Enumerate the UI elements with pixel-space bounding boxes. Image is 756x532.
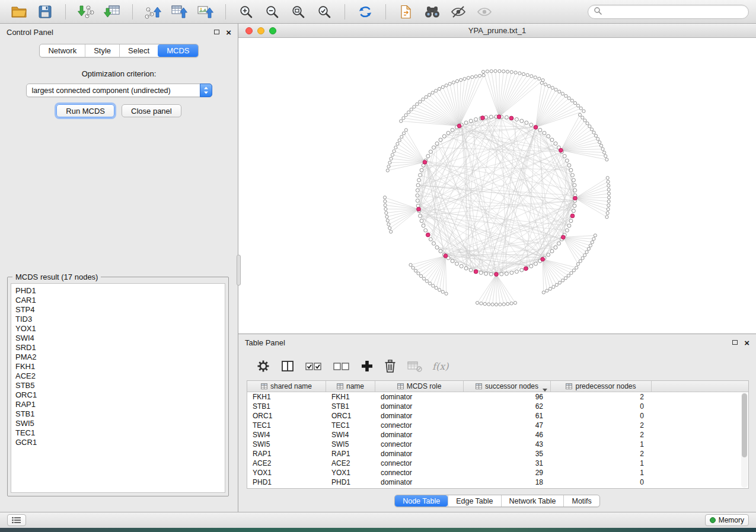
zoom-fit-button[interactable] (286, 3, 310, 21)
task-history-button[interactable] (7, 514, 26, 526)
tab-motifs[interactable]: Motifs (563, 495, 599, 507)
zoom-in-button[interactable] (234, 3, 258, 21)
mcds-result-item[interactable]: ORC1 (15, 390, 225, 400)
table-row[interactable]: ACE2ACE2connector311 (247, 459, 748, 468)
tab-network-table[interactable]: Network Table (501, 495, 564, 507)
mcds-result-item[interactable]: TEC1 (15, 428, 225, 438)
table-scrollbar-thumb[interactable] (742, 393, 747, 457)
import-table-icon (104, 5, 120, 19)
column-grid-icon (397, 383, 404, 389)
panel-splitter-handle[interactable] (237, 255, 241, 286)
float-panel-icon[interactable] (214, 30, 219, 34)
column-header-successor-nodes[interactable]: successor nodes (464, 381, 551, 392)
mcds-result-item[interactable]: RAP1 (15, 400, 225, 409)
search-box[interactable] (588, 5, 749, 19)
tab-select[interactable]: Select (119, 44, 158, 57)
mcds-result-item[interactable]: STB1 (15, 409, 225, 419)
show-columns-button[interactable] (280, 359, 295, 373)
import-table-button[interactable] (100, 3, 124, 21)
maximize-window-icon[interactable] (269, 27, 276, 34)
export-table-button[interactable] (167, 3, 191, 21)
table-cell: 1 (551, 468, 652, 477)
table-cell: TEC1 (326, 421, 375, 430)
column-grid-icon (566, 383, 572, 389)
optimization-criterion-label: Optimization criterion: (0, 69, 238, 78)
close-table-panel-icon[interactable]: × (744, 338, 749, 347)
mcds-result-item[interactable]: CAR1 (15, 296, 225, 305)
open-session-button[interactable] (7, 3, 31, 21)
tab-style[interactable]: Style (85, 44, 119, 57)
delete-rows-button[interactable] (384, 359, 397, 373)
export-network-button[interactable] (141, 3, 165, 21)
table-cell: dominator (375, 392, 464, 402)
table-cell: ORC1 (326, 411, 375, 421)
table-row[interactable]: SWI4SWI4dominator462 (247, 430, 748, 440)
column-header-label: predecessor nodes (575, 382, 636, 390)
show-selected-button[interactable] (473, 3, 496, 21)
table-scrollbar[interactable] (741, 393, 748, 488)
find-button[interactable] (420, 3, 444, 21)
criterion-dropdown[interactable]: largest connected component (undirected) (26, 84, 212, 97)
table-row[interactable]: FKH1FKH1dominator962 (247, 392, 748, 402)
import-table-disabled-button[interactable] (407, 360, 422, 373)
zoom-selected-button[interactable] (312, 3, 336, 21)
table-cell: 31 (464, 459, 551, 468)
share-document-button[interactable] (394, 3, 418, 21)
tab-node-table[interactable]: Node Table (395, 495, 448, 507)
float-table-panel-icon[interactable] (732, 340, 738, 345)
mcds-result-item[interactable]: FKH1 (15, 362, 225, 371)
column-header-name[interactable]: name (326, 381, 375, 392)
mcds-result-item[interactable]: PHD1 (15, 286, 225, 296)
table-row[interactable]: STB1STB1dominator620 (247, 402, 748, 411)
tab-mcds[interactable]: MCDS (158, 44, 197, 57)
zoom-out-button[interactable] (260, 3, 284, 21)
mcds-result-item[interactable]: YOX1 (15, 324, 225, 334)
mcds-result-item[interactable]: TID3 (15, 315, 225, 324)
mcds-result-item[interactable]: SWI5 (15, 419, 225, 428)
hide-selected-button[interactable] (446, 3, 470, 21)
import-network-button[interactable] (74, 3, 98, 21)
close-panel-icon[interactable]: × (226, 28, 231, 37)
add-row-button[interactable] (361, 360, 374, 373)
network-canvas[interactable] (238, 38, 756, 334)
tab-network[interactable]: Network (40, 44, 85, 57)
table-row[interactable]: RAP1RAP1dominator352 (247, 449, 748, 459)
table-cell: ACE2 (326, 459, 375, 468)
table-options-button[interactable] (256, 359, 270, 373)
mcds-result-item[interactable]: SWI4 (15, 334, 225, 343)
deselect-all-rows-button[interactable] (333, 359, 350, 373)
node-table-header: shared namenameMCDS rolesuccessor nodesp… (247, 381, 748, 392)
export-image-button[interactable] (193, 3, 217, 21)
mcds-result-item[interactable]: PMA2 (15, 352, 225, 362)
mcds-result-item[interactable]: STB5 (15, 381, 225, 390)
table-row[interactable]: TEC1TEC1connector472 (247, 421, 748, 430)
table-row[interactable]: ORC1ORC1dominator610 (247, 411, 748, 421)
mcds-result-item[interactable]: STP4 (15, 305, 225, 315)
zoom-out-icon (265, 5, 279, 19)
select-all-rows-button[interactable] (305, 359, 323, 373)
tab-edge-table[interactable]: Edge Table (448, 495, 500, 507)
function-builder-button[interactable]: f(x) (432, 361, 448, 372)
mcds-result-item[interactable]: GCR1 (15, 438, 225, 447)
minimize-window-icon[interactable] (257, 27, 264, 34)
table-row[interactable]: SWI5SWI5connector431 (247, 440, 748, 449)
mcds-result-item[interactable]: SRD1 (15, 343, 225, 352)
network-graph[interactable] (238, 38, 756, 334)
close-panel-button[interactable]: Close panel (122, 104, 181, 117)
table-row[interactable]: YOX1YOX1connector291 (247, 468, 748, 477)
column-header-shared-name[interactable]: shared name (247, 381, 326, 392)
mcds-result-item[interactable]: ACE2 (15, 371, 225, 381)
run-mcds-button[interactable]: Run MCDS (56, 104, 114, 117)
export-table-icon (171, 5, 187, 19)
column-header-predecessor-nodes[interactable]: predecessor nodes (551, 381, 652, 392)
show-selected-icon (477, 5, 492, 19)
search-input[interactable] (605, 8, 743, 16)
apply-layout-button[interactable] (353, 3, 377, 21)
memory-button[interactable]: Memory (705, 514, 749, 526)
close-window-icon[interactable] (245, 27, 253, 34)
save-session-button[interactable] (33, 3, 57, 21)
column-header-MCDS-role[interactable]: MCDS role (375, 381, 464, 392)
table-row[interactable]: PHD1PHD1dominator180 (247, 477, 748, 487)
delete-rows-icon (384, 359, 397, 373)
toolbar-separator (344, 4, 345, 20)
